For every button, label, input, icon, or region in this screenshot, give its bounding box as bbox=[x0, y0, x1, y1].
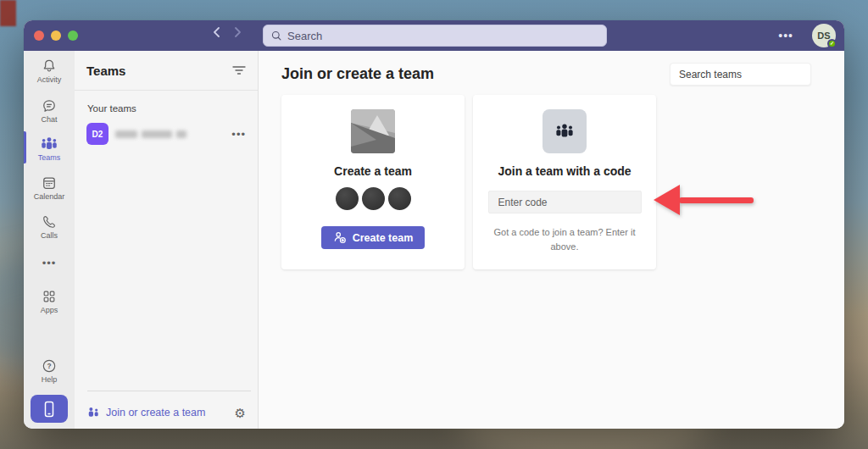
teams-people-icon bbox=[554, 122, 575, 141]
join-code-tile bbox=[542, 109, 587, 153]
create-team-button[interactable]: Create team bbox=[321, 226, 426, 249]
sidebar-item-label: Apps bbox=[41, 306, 58, 314]
teams-window: ••• DS ✓ Activity Chat Te bbox=[24, 20, 844, 429]
svg-text:?: ? bbox=[47, 362, 51, 370]
sidebar-item-label: Chat bbox=[41, 115, 57, 124]
avatar[interactable]: DS ✓ bbox=[812, 24, 836, 47]
panel-header: Teams bbox=[75, 51, 258, 91]
page-title: Join or create a team bbox=[281, 65, 434, 83]
back-icon[interactable] bbox=[212, 26, 222, 38]
global-search-bar[interactable] bbox=[263, 25, 607, 47]
join-code-helper-text: Got a code to join a team? Enter it abov… bbox=[487, 225, 642, 253]
calendar-icon bbox=[41, 175, 58, 191]
team-avatar: D2 bbox=[86, 123, 108, 145]
global-search-input[interactable] bbox=[287, 30, 599, 42]
presence-available-badge: ✓ bbox=[827, 39, 837, 48]
card-title: Join a team with a code bbox=[498, 164, 631, 178]
manage-teams-gear-icon[interactable]: ⚙ bbox=[235, 407, 246, 419]
filter-icon[interactable] bbox=[232, 65, 246, 75]
window-controls bbox=[34, 30, 78, 41]
teams-list-panel: Teams Your teams D2 ••• Join o bbox=[75, 51, 259, 429]
team-list-item[interactable]: D2 ••• bbox=[75, 119, 258, 149]
sidebar-item-label: Help bbox=[42, 375, 58, 384]
chat-icon bbox=[41, 97, 58, 114]
smartphone-icon bbox=[43, 401, 55, 418]
rail-more-icon[interactable]: ••• bbox=[24, 257, 75, 269]
sidebar-item-chat[interactable]: Chat bbox=[24, 97, 75, 124]
search-teams-input[interactable] bbox=[679, 69, 810, 80]
main-content: Join or create a team Create a team bbox=[259, 51, 844, 429]
join-with-code-card: Join a team with a code Got a code to jo… bbox=[473, 95, 656, 269]
enter-code-input[interactable] bbox=[488, 191, 642, 213]
team-name-redacted bbox=[115, 130, 186, 138]
app-rail: Activity Chat Teams Calendar Calls bbox=[24, 51, 75, 429]
avatar-circle bbox=[388, 187, 411, 210]
sidebar-item-apps[interactable]: Apps bbox=[24, 288, 75, 314]
zoom-window-button[interactable] bbox=[68, 30, 78, 41]
create-team-card: Create a team Create team bbox=[281, 95, 465, 269]
get-mobile-app-button[interactable] bbox=[31, 395, 68, 423]
person-add-icon bbox=[333, 231, 347, 244]
avatar-circle bbox=[362, 187, 385, 210]
join-or-create-team-link[interactable]: Join or create a team bbox=[106, 407, 205, 419]
forward-icon[interactable] bbox=[232, 26, 242, 38]
apps-grid-icon bbox=[41, 288, 58, 305]
sidebar-item-teams[interactable]: Teams bbox=[24, 136, 75, 162]
search-icon bbox=[270, 30, 282, 42]
card-title: Create a team bbox=[334, 164, 412, 178]
panel-footer: Join or create a team ⚙ bbox=[75, 400, 258, 425]
bell-icon bbox=[41, 58, 58, 75]
teams-people-icon bbox=[40, 136, 58, 152]
sidebar-item-calendar[interactable]: Calendar bbox=[24, 175, 75, 201]
search-teams-box[interactable] bbox=[670, 63, 811, 86]
close-window-button[interactable] bbox=[34, 30, 44, 41]
phone-icon bbox=[41, 213, 58, 230]
create-team-button-label: Create team bbox=[353, 232, 414, 244]
sidebar-item-calls[interactable]: Calls bbox=[24, 213, 75, 240]
sidebar-item-activity[interactable]: Activity bbox=[24, 58, 75, 84]
more-options-icon[interactable]: ••• bbox=[778, 29, 793, 42]
sidebar-item-help[interactable]: ? Help bbox=[24, 358, 75, 384]
join-create-team-icon bbox=[86, 407, 100, 419]
desktop-background-detail bbox=[0, 0, 16, 26]
desktop: ••• DS ✓ Activity Chat Te bbox=[0, 0, 868, 449]
sidebar-item-label: Calendar bbox=[34, 192, 65, 201]
divider bbox=[87, 391, 251, 391]
titlebar[interactable]: ••• DS ✓ bbox=[24, 20, 844, 51]
create-team-illustration bbox=[351, 109, 395, 153]
your-teams-label: Your teams bbox=[87, 103, 136, 114]
panel-title: Teams bbox=[86, 64, 125, 78]
sidebar-item-label: Calls bbox=[41, 231, 58, 240]
help-icon: ? bbox=[41, 358, 58, 374]
team-options-icon[interactable]: ••• bbox=[231, 128, 246, 141]
member-avatars bbox=[336, 187, 411, 210]
sidebar-item-label: Activity bbox=[37, 75, 62, 84]
minimize-window-button[interactable] bbox=[51, 30, 61, 41]
avatar-circle bbox=[336, 187, 359, 210]
sidebar-item-label: Teams bbox=[38, 153, 61, 162]
